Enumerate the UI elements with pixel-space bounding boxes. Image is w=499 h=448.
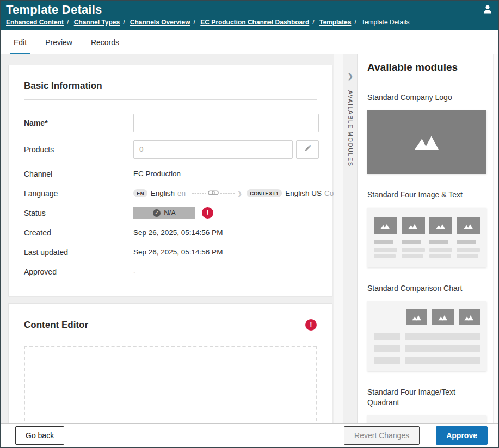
action-bar: Go back Revert Changes Approve bbox=[1, 423, 498, 447]
image-placeholder-icon bbox=[459, 309, 480, 325]
status-error-icon[interactable]: ! bbox=[202, 207, 213, 219]
content-editor-error-icon[interactable]: ! bbox=[305, 319, 317, 331]
module-name: Standard Comparison Chart bbox=[367, 283, 484, 294]
approved-value: - bbox=[133, 267, 317, 276]
tab-preview[interactable]: Preview bbox=[42, 33, 76, 54]
chain-link-icon bbox=[208, 189, 219, 197]
collapse-strip-label: AVAILABLE MODULES bbox=[347, 90, 354, 167]
name-label: Name* bbox=[24, 119, 133, 127]
status-value: N/A bbox=[164, 209, 176, 217]
image-placeholder-icon bbox=[406, 309, 427, 325]
approved-label: Approved bbox=[24, 267, 133, 276]
check-icon: ✓ bbox=[153, 209, 161, 217]
modules-panel-collapse-strip[interactable]: ❯ AVAILABLE MODULES bbox=[343, 54, 358, 423]
created-value: Sep 26, 2025, 05:14:56 PM bbox=[133, 228, 317, 237]
content-editor-card: Content Editor ! bbox=[8, 303, 332, 423]
tab-records[interactable]: Records bbox=[88, 33, 122, 54]
available-modules-title: Available modules bbox=[358, 54, 493, 80]
status-badge: ✓ N/A bbox=[133, 207, 195, 219]
breadcrumb-separator: / bbox=[123, 18, 125, 26]
page-title: Template Details bbox=[6, 3, 493, 17]
last-updated-label: Last updated bbox=[24, 248, 133, 257]
main-scrollbar[interactable] bbox=[334, 54, 343, 423]
chevron-right-icon: ❯ bbox=[237, 190, 242, 197]
breadcrumb-current: Template Details bbox=[361, 18, 410, 26]
tab-edit[interactable]: Edit bbox=[10, 33, 30, 54]
language-mapping: EN English en ❯ CONTEXT1 Eng bbox=[133, 189, 334, 197]
target-language-locale: Context1 bbox=[324, 189, 334, 197]
breadcrumb-separator: / bbox=[67, 18, 69, 26]
channel-label: Channel bbox=[24, 170, 133, 178]
breadcrumb-channels-overview[interactable]: Channels Overview bbox=[130, 18, 190, 26]
source-language-name: English bbox=[151, 189, 175, 197]
breadcrumb-templates[interactable]: Templates bbox=[319, 18, 351, 26]
module-name: Standard Company Logo bbox=[367, 92, 484, 103]
module-name: Standard Four Image & Text bbox=[367, 190, 484, 200]
module-name: Standard Four Image/Text Quadrant bbox=[367, 387, 484, 408]
sidebar-scrollbar[interactable] bbox=[493, 54, 498, 423]
basic-information-title: Basic Information bbox=[24, 80, 102, 91]
breadcrumb-separator: / bbox=[312, 18, 314, 26]
main-content: Basic Information Name* Products bbox=[1, 54, 334, 423]
module-preview-company-logo[interactable] bbox=[367, 110, 486, 174]
image-placeholder-icon bbox=[457, 217, 480, 234]
image-placeholder-icon bbox=[411, 132, 443, 153]
image-placeholder-icon bbox=[429, 217, 453, 234]
available-modules-panel: Available modules Standard Company Logo … bbox=[358, 54, 493, 423]
app-header: Template Details Enhanced Content/ Chann… bbox=[1, 1, 498, 30]
breadcrumb-separator: / bbox=[354, 18, 356, 26]
approve-button[interactable]: Approve bbox=[436, 426, 488, 445]
breadcrumb-channel-types[interactable]: Channel Types bbox=[74, 18, 120, 26]
target-context-badge: CONTEXT1 bbox=[247, 189, 282, 197]
breadcrumb-separator: / bbox=[194, 18, 195, 26]
status-label: Status bbox=[24, 209, 133, 217]
template-details-page: Template Details Enhanced Content/ Chann… bbox=[0, 0, 499, 448]
pencil-icon bbox=[303, 144, 312, 155]
channel-value: EC Production bbox=[133, 170, 317, 178]
source-language-code-badge: EN bbox=[133, 189, 147, 197]
breadcrumb-ec-production-channel-dashboard[interactable]: EC Production Channel Dashboard bbox=[200, 18, 309, 26]
module-standard-company-logo: Standard Company Logo bbox=[367, 92, 486, 174]
edit-products-button[interactable] bbox=[296, 140, 319, 159]
revert-changes-button[interactable]: Revert Changes bbox=[344, 426, 420, 445]
module-preview-four-image-text[interactable] bbox=[367, 208, 486, 267]
breadcrumb-enhanced-content[interactable]: Enhanced Content bbox=[6, 18, 64, 26]
source-language-locale: en bbox=[177, 189, 186, 197]
basic-information-card: Basic Information Name* Products bbox=[8, 65, 332, 296]
user-icon[interactable] bbox=[482, 4, 493, 15]
target-language-name: English US bbox=[285, 189, 322, 197]
image-placeholder-icon bbox=[432, 309, 453, 325]
created-label: Created bbox=[24, 228, 133, 237]
module-preview-quadrant[interactable] bbox=[367, 415, 486, 423]
content-editor-title: Content Editor bbox=[24, 320, 88, 331]
language-label: Language bbox=[24, 189, 133, 198]
chevron-right-icon: ❯ bbox=[347, 72, 354, 80]
module-preview-comparison-chart[interactable] bbox=[367, 301, 486, 371]
language-link-connector: ❯ bbox=[190, 189, 242, 197]
last-updated-value: Sep 26, 2025, 05:14:56 PM bbox=[133, 248, 317, 256]
module-standard-four-image-text: Standard Four Image & Text bbox=[367, 190, 486, 267]
tab-bar: Edit Preview Records bbox=[1, 30, 498, 54]
image-placeholder-icon bbox=[402, 217, 425, 234]
breadcrumb: Enhanced Content/ Channel Types/ Channel… bbox=[6, 18, 493, 26]
content-editor-dropzone[interactable] bbox=[24, 346, 317, 423]
products-input[interactable] bbox=[133, 140, 293, 159]
go-back-button[interactable]: Go back bbox=[15, 426, 64, 445]
image-placeholder-icon bbox=[374, 217, 397, 234]
products-label: Products bbox=[24, 145, 133, 154]
name-input[interactable] bbox=[133, 114, 319, 132]
module-standard-comparison-chart: Standard Comparison Chart bbox=[367, 283, 486, 371]
module-standard-four-image-text-quadrant: Standard Four Image/Text Quadrant bbox=[367, 387, 486, 423]
section-divider bbox=[24, 339, 317, 339]
